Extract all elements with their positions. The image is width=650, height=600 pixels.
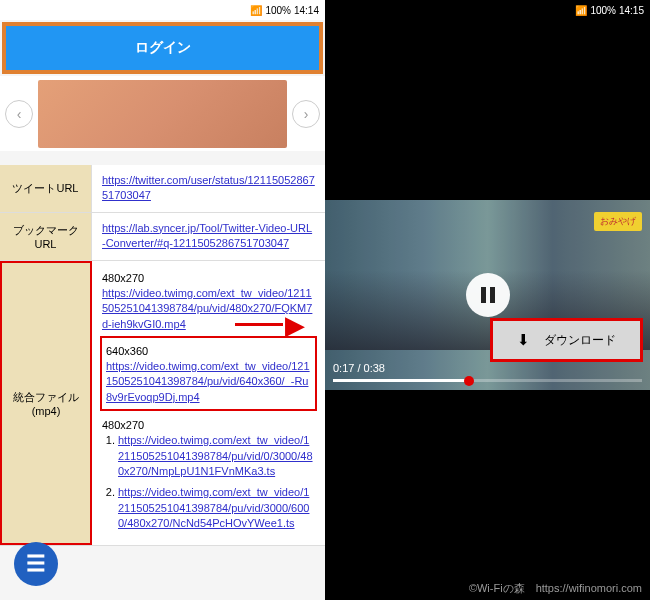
pause-button[interactable] [466, 273, 510, 317]
wifi-icon: 📶 [575, 5, 587, 16]
url-table: ツイートURL https://twitter.com/user/status/… [0, 165, 325, 546]
status-bar: 📶 100% 14:15 [325, 0, 650, 20]
image-carousel: ‹ › [0, 76, 325, 151]
progress-bar[interactable] [333, 379, 642, 382]
status-bar: 📶 100% 14:14 [0, 0, 325, 20]
download-highlight: ⬇ ダウンロード [490, 318, 643, 362]
left-phone-screen: 📶 100% 14:14 ログイン ‹ › ツイートURL https://tw… [0, 0, 325, 600]
login-highlight: ログイン [2, 22, 323, 74]
login-button[interactable]: ログイン [6, 26, 319, 70]
tweet-url-label: ツイートURL [0, 165, 92, 212]
tweet-url-link[interactable]: https://twitter.com/user/status/12115052… [102, 174, 315, 201]
mp4-label: 統合ファイル (mp4) [0, 261, 92, 546]
watermark-text: ©Wi-Fiの森 https://wifinomori.com [469, 581, 642, 596]
souvenir-sign: おみやげ [594, 212, 642, 231]
progress-fill [333, 379, 469, 382]
carousel-image [38, 80, 287, 148]
resolution-label: 480x270 [102, 272, 315, 284]
right-phone-screen: 📶 100% 14:15 おみやげ 0:17 / 0:38 ⬇ ダウンロード [325, 0, 650, 600]
resolution-label: 640x360 [106, 345, 311, 357]
battery-text: 100% [265, 5, 291, 16]
battery-text: 100% [590, 5, 616, 16]
hamburger-icon: ☰ [26, 551, 46, 577]
pause-icon [481, 287, 495, 303]
ts-link-2[interactable]: https://video.twimg.com/ext_tw_video/121… [118, 486, 309, 529]
table-row: ツイートURL https://twitter.com/user/status/… [0, 165, 325, 213]
carousel-next-button[interactable]: › [292, 100, 320, 128]
table-row: 統合ファイル (mp4) 480x270 https://video.twimg… [0, 261, 325, 547]
progress-thumb[interactable] [464, 376, 474, 386]
ts-link-1[interactable]: https://video.twimg.com/ext_tw_video/121… [118, 434, 313, 477]
mp4-640-highlight: 640x360 https://video.twimg.com/ext_tw_v… [100, 336, 317, 411]
time-display: 0:17 / 0:38 [333, 362, 642, 374]
wifi-icon: 📶 [250, 5, 262, 16]
mp4-link-640[interactable]: https://video.twimg.com/ext_tw_video/121… [106, 360, 310, 403]
resolution-label: 480x270 [102, 419, 315, 431]
time-text: 14:14 [294, 5, 319, 16]
list-item: https://video.twimg.com/ext_tw_video/121… [118, 485, 315, 531]
menu-fab-button[interactable]: ☰ [14, 542, 58, 586]
table-row: ブックマークURL https://lab.syncer.jp/Tool/Twi… [0, 213, 325, 261]
time-text: 14:15 [619, 5, 644, 16]
download-button[interactable]: ⬇ ダウンロード [493, 321, 640, 359]
bookmark-url-link[interactable]: https://lab.syncer.jp/Tool/Twitter-Video… [102, 222, 312, 249]
arrow-annotation: ▶ [285, 310, 305, 341]
ts-list: https://video.twimg.com/ext_tw_video/121… [102, 433, 315, 531]
list-item: https://video.twimg.com/ext_tw_video/121… [118, 433, 315, 479]
download-icon: ⬇ [517, 331, 530, 349]
carousel-prev-button[interactable]: ‹ [5, 100, 33, 128]
bookmark-url-label: ブックマークURL [0, 213, 92, 260]
download-label: ダウンロード [544, 332, 616, 349]
